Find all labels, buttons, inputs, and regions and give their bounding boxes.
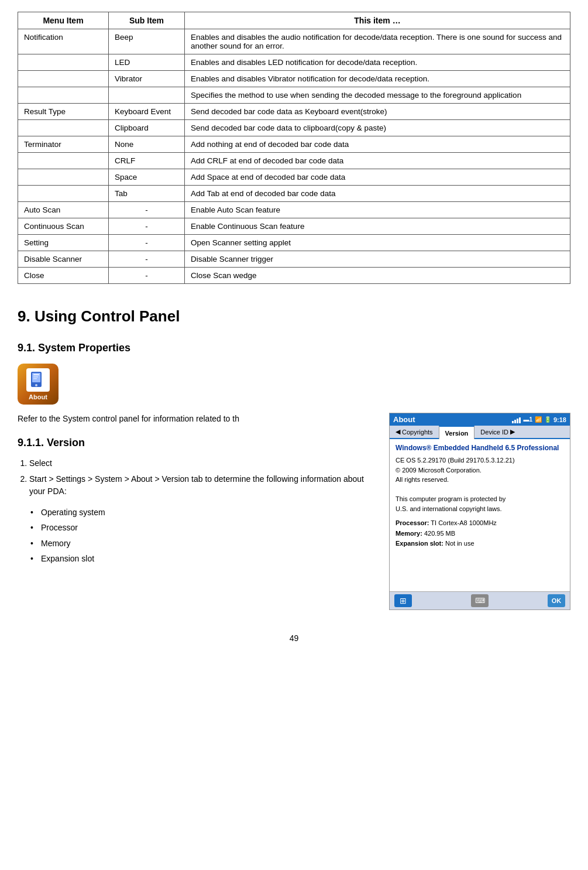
table-cell-sub: -: [109, 251, 185, 268]
table-cell-desc: Send decoded bar code data to clipboard(…: [185, 120, 570, 136]
about-icon-label: About: [29, 393, 47, 400]
section-911-heading: 9.1.1. Version: [18, 437, 377, 449]
keyboard-button[interactable]: ⌨: [471, 594, 489, 607]
table-cell-menu: [18, 120, 109, 136]
table-row: Result TypeKeyboard EventSend decoded ba…: [18, 104, 570, 120]
section-91-heading: 9.1. System Properties: [18, 342, 130, 354]
memory-label: Memory:: [396, 530, 422, 537]
svg-rect-5: [33, 378, 37, 379]
table-row: Close-Close Scan wedge: [18, 268, 570, 284]
tab-version[interactable]: Version: [439, 426, 475, 439]
table-cell-sub: LED: [109, 54, 185, 71]
table-cell-menu: [18, 54, 109, 71]
table-cell-desc: Add CRLF at end of decoded bar code data: [185, 153, 570, 169]
table-cell-sub: Beep: [109, 29, 185, 54]
col-header-menu-item: Menu Item: [18, 12, 109, 29]
version-step-2: Start > Settings > System > About > Vers…: [29, 473, 377, 498]
table-cell-menu: Close: [18, 268, 109, 284]
tab-left-arrow-icon: ◀: [396, 428, 400, 436]
bullet-item-3: Memory: [41, 537, 377, 550]
table-row: TabAdd Tab at end of decoded bar code da…: [18, 186, 570, 202]
signal-bar-4: [519, 417, 521, 423]
table-cell-desc: Enables and disables LED notification fo…: [185, 54, 570, 71]
bullet-item-1: Operating system: [41, 506, 377, 519]
signal-bar-3: [517, 419, 518, 423]
about-icon-svg: [29, 371, 47, 389]
table-cell-sub: Clipboard: [109, 120, 185, 136]
table-row: Setting-Open Scanner setting applet: [18, 235, 570, 251]
processor-value: TI Cortex-A8 1000MHz: [431, 519, 496, 526]
table-cell-menu: Continuous Scan: [18, 218, 109, 235]
protected-line-1: This computer program is protected by: [396, 494, 564, 504]
device-title: About: [393, 415, 415, 424]
table-cell-menu: [18, 186, 109, 202]
table-cell-menu: Setting: [18, 235, 109, 251]
copyright-line: © 2009 Microsoft Corporation.: [396, 465, 564, 475]
table-row: VibratorEnables and disables Vibrator no…: [18, 71, 570, 87]
table-cell-desc: Specifies the method to use when sending…: [185, 87, 570, 104]
table-cell-desc: Send decoded bar code data as Keyboard e…: [185, 104, 570, 120]
table-cell-sub: -: [109, 202, 185, 218]
tab-device-id[interactable]: Device ID ▶: [474, 426, 521, 438]
expansion-label: Expansion slot:: [396, 540, 443, 547]
tab-version-label: Version: [445, 430, 469, 437]
bullet-list: Operating systemProcessorMemoryExpansion…: [41, 506, 377, 566]
memory-info: Memory: 420.95 MB: [396, 529, 564, 539]
device-os-title: Windows® Embedded Handheld 6.5 Professio…: [396, 444, 564, 452]
table-cell-menu: Disable Scanner: [18, 251, 109, 268]
table-cell-desc: Open Scanner setting applet: [185, 235, 570, 251]
table-cell-desc: Disable Scanner trigger: [185, 251, 570, 268]
table-cell-menu: Auto Scan: [18, 202, 109, 218]
device-body: CE OS 5.2.29170 (Build 29170.5.3.12.21) …: [396, 455, 564, 513]
version-steps-list: SelectStart > Settings > System > About …: [29, 457, 377, 498]
table-row: Disable Scanner-Disable Scanner trigger: [18, 251, 570, 268]
processor-label: Processor:: [396, 519, 429, 526]
table-row: Specifies the method to use when sending…: [18, 87, 570, 104]
protected-line-2: U.S. and international copyright laws.: [396, 504, 564, 514]
memory-value: 420.95 MB: [424, 530, 455, 537]
bullet-item-2: Processor: [41, 521, 377, 534]
table-cell-menu: [18, 71, 109, 87]
rights-line: All rights reserved.: [396, 475, 564, 485]
ok-button[interactable]: OK: [548, 594, 565, 607]
tab-right-arrow-icon: ▶: [510, 428, 515, 436]
table-cell-sub: Keyboard Event: [109, 104, 185, 120]
table-cell-desc: Enables and disables the audio notificat…: [185, 29, 570, 54]
device-status-bar: ▬1 📶 🔋 9:18: [512, 416, 566, 423]
svg-rect-4: [33, 376, 38, 378]
table-cell-desc: Close Scan wedge: [185, 268, 570, 284]
table-row: CRLFAdd CRLF at end of decoded bar code …: [18, 153, 570, 169]
table-cell-menu: Notification: [18, 29, 109, 54]
signal-bar-1: [512, 421, 514, 423]
table-cell-sub: Space: [109, 169, 185, 186]
refer-text: Refer to the System control panel for in…: [18, 413, 377, 425]
network-icon: ▬1: [523, 416, 532, 423]
table-cell-sub: -: [109, 235, 185, 251]
table-cell-desc: Enable Auto Scan feature: [185, 202, 570, 218]
table-cell-sub: None: [109, 136, 185, 153]
expansion-info: Expansion slot: Not in use: [396, 539, 564, 549]
table-cell-menu: Terminator: [18, 136, 109, 153]
device-titlebar: About ▬1 📶 🔋 9:18: [390, 413, 570, 426]
tab-device-id-label: Device ID: [480, 429, 508, 436]
signal-bar-2: [514, 420, 516, 423]
battery-icon: 🔋: [544, 416, 551, 423]
time-display: 9:18: [553, 416, 566, 423]
table-cell-desc: Enables and disables Vibrator notificati…: [185, 71, 570, 87]
page-number: 49: [18, 633, 570, 643]
tab-copyrights[interactable]: ◀ Copyrights: [390, 426, 439, 438]
device-screenshot: About ▬1 📶 🔋 9:18 ◀ C: [389, 413, 570, 610]
expansion-value: Not in use: [445, 540, 474, 547]
table-cell-sub: [109, 87, 185, 104]
svg-point-2: [35, 384, 37, 386]
version-section: 9.1.1. Version SelectStart > Settings > …: [18, 437, 377, 566]
bullet-item-4: Expansion slot: [41, 552, 377, 565]
table-cell-menu: [18, 153, 109, 169]
table-row: TerminatorNoneAdd nothing at end of deco…: [18, 136, 570, 153]
table-cell-sub: -: [109, 218, 185, 235]
windows-button[interactable]: ⊞: [394, 594, 412, 607]
table-row: NotificationBeepEnables and disables the…: [18, 29, 570, 54]
device-content: Windows® Embedded Handheld 6.5 Professio…: [390, 439, 570, 591]
table-cell-sub: Tab: [109, 186, 185, 202]
content-left: Refer to the System control panel for in…: [18, 413, 377, 568]
